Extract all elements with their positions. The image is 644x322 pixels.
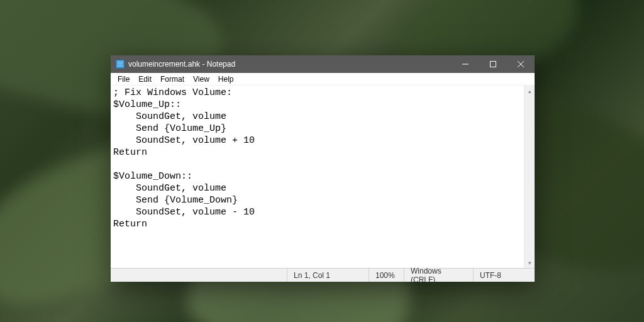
minimize-button[interactable] — [452, 55, 479, 73]
editor-area: ; Fix Windows Volume: $Volume_Up:: Sound… — [111, 86, 535, 268]
status-spacer — [111, 269, 287, 282]
menubar: File Edit Format View Help — [111, 73, 535, 86]
window-title: volumeincrement.ahk - Notepad — [128, 60, 452, 69]
svg-rect-1 — [491, 62, 496, 67]
status-zoom: 100% — [369, 269, 404, 282]
menu-help[interactable]: Help — [214, 74, 238, 84]
notepad-window: volumeincrement.ahk - Notepad File Edit … — [111, 55, 535, 282]
notepad-icon — [116, 60, 125, 69]
titlebar[interactable]: volumeincrement.ahk - Notepad — [111, 55, 535, 73]
scroll-down-icon[interactable]: ▾ — [525, 257, 535, 268]
menu-view[interactable]: View — [189, 74, 214, 84]
status-encoding: UTF-8 — [473, 269, 535, 282]
menu-file[interactable]: File — [113, 74, 134, 84]
status-line-ending: Windows (CRLF) — [404, 269, 473, 282]
scroll-up-icon[interactable]: ▴ — [525, 86, 535, 96]
maximize-button[interactable] — [479, 55, 507, 73]
text-editor[interactable]: ; Fix Windows Volume: $Volume_Up:: Sound… — [111, 86, 524, 268]
statusbar: Ln 1, Col 1 100% Windows (CRLF) UTF-8 — [111, 268, 535, 282]
close-button[interactable] — [507, 55, 535, 73]
status-cursor-position: Ln 1, Col 1 — [287, 269, 369, 282]
menu-edit[interactable]: Edit — [134, 74, 156, 84]
menu-format[interactable]: Format — [156, 74, 189, 84]
vertical-scrollbar[interactable]: ▴ ▾ — [524, 86, 535, 268]
